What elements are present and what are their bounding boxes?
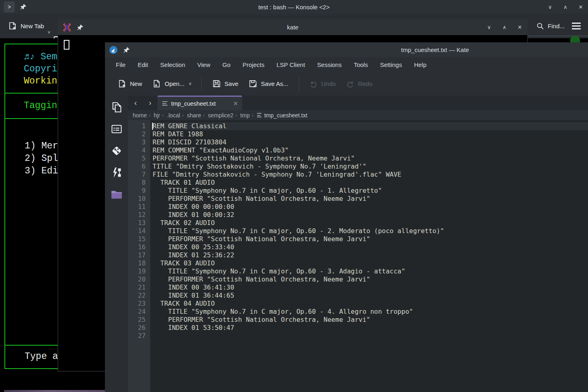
code-line[interactable]: REM DISCID 27103804 [151,138,588,146]
close-button[interactable]: ✕ [517,25,523,30]
line-number: 7 [128,171,146,179]
menu-item[interactable]: Edit [138,61,148,68]
code-line[interactable]: TITLE "Dmitry Shostakovich - Symphony No… [151,163,588,171]
menu-item[interactable]: Sessions [317,61,342,68]
terminal-border-fragment [528,35,588,36]
x11-app-icon [63,23,71,32]
open-recent-chevron-icon[interactable]: ∨ [188,81,195,86]
tab-tmp-cuesheet[interactable]: tmp_cuesheet.txt ✕ [157,96,242,110]
window-title: tmp_cuesheet.txt — Kate [401,46,469,53]
line-number: 10 [128,195,146,203]
code-line[interactable]: INDEX 00 25:33:40 [151,243,588,251]
tab-prev-icon[interactable]: ‹ [131,98,140,107]
breadcrumb-segment[interactable]: semplice2 [205,112,238,119]
code-line[interactable]: INDEX 01 36:44:65 [151,292,588,300]
line-number: 6 [128,163,146,171]
open-file-button[interactable]: Open... [149,76,186,91]
save-as-button[interactable]: Save As... [245,76,292,91]
menu-item[interactable]: View [197,61,210,68]
code-line[interactable]: REM COMMENT "ExactAudioCopy v1.0b3" [151,146,588,154]
breadcrumb-segment[interactable]: tmp [238,112,254,119]
tab-bar: ‹ › tmp_cuesheet.txt ✕ [128,96,588,110]
code-line[interactable]: PERFORMER "Scottish National Orchestra, … [151,195,588,203]
documents-icon[interactable] [110,100,123,114]
code-line[interactable]: INDEX 01 25:36:22 [151,251,588,259]
minimize-button[interactable]: ∨ [547,4,553,10]
find-button[interactable]: Find... [536,22,565,30]
code-line[interactable]: TITLE "Symphony No.7 in C major, Op.60 -… [151,308,588,316]
breadcrumb-segment[interactable]: .local [165,112,185,119]
tab-label: tmp_cuesheet.txt [171,100,229,107]
document-icon [257,113,262,117]
line-number: 1 [128,122,146,130]
code-line[interactable]: PERFORMER "Scottish National Orchestra, … [151,275,588,284]
code-line[interactable]: TRACK 02 AUDIO [151,219,588,227]
code-line[interactable]: INDEX 00 36:41:30 [151,284,588,292]
code-line[interactable]: TRACK 03 AUDIO [151,259,588,267]
code-line[interactable]: TITLE "Symphony No.7 in C major, Op.60 -… [151,187,588,195]
hamburger-menu-icon[interactable] [570,21,582,31]
code-line[interactable]: TITLE "Symphony No.7 in C major, Op.60 -… [151,267,588,275]
line-number-gutter[interactable]: 1234567891011121314151617181920212223242… [128,120,151,392]
breadcrumb-segment[interactable]: share [184,112,205,119]
line-number: 23 [128,300,146,308]
code-line[interactable]: TRACK 04 AUDIO [151,300,588,308]
line-number: 2 [128,130,146,138]
menu-item[interactable]: LSP Client [276,61,305,68]
line-number: 25 [128,316,146,324]
tab-next-icon[interactable]: › [146,98,155,107]
kate-launcher-titlebar[interactable]: kate ∨ ∧ ✕ [58,19,528,35]
code-line[interactable]: FILE "Dmitry Shostakovich - Symphony No.… [151,171,588,179]
undo-icon [310,80,318,88]
code-line[interactable]: INDEX 01 00:00:32 [151,211,588,219]
line-number: 8 [128,179,146,187]
git-icon[interactable] [110,144,123,157]
pin-icon [77,24,84,31]
konsole-titlebar[interactable]: > test : bash — Konsole <2> ∨ ∧ ✕ [0,0,588,14]
menu-item[interactable]: Tools [354,61,368,68]
code-line[interactable]: REM DATE 1988 [151,130,588,138]
line-number: 13 [128,219,146,227]
maximize-button[interactable]: ∧ [562,4,569,10]
code-line[interactable]: INDEX 01 53:50:47 [151,324,588,332]
menubar: FileEditSelectionViewGoProjectsLSP Clien… [105,57,588,72]
tab-close-icon[interactable]: ✕ [233,100,238,107]
breadcrumb-file-label: tmp_cuesheet.txt [264,112,308,119]
line-number: 21 [128,284,146,292]
code-line[interactable]: PERFORMER "Scottish National Orchestra, … [151,235,588,243]
kate-titlebar[interactable]: tmp_cuesheet.txt — Kate [105,42,588,57]
breadcrumb-segment[interactable]: home [130,112,151,119]
code-line[interactable]: PERFORMER "Scottish National Orchestra, … [151,316,588,324]
open-file-icon [153,79,161,88]
code-line[interactable] [151,332,588,340]
lsp-diagnostics-icon[interactable] [110,166,123,179]
symbols-list-icon[interactable] [110,122,123,136]
menu-item[interactable]: Settings [380,61,402,68]
menu-item[interactable]: Projects [243,61,264,68]
line-number: 26 [128,324,146,332]
code-line[interactable]: REM GENRE Classical [151,122,588,130]
menu-item[interactable]: Selection [160,61,185,68]
code-line[interactable]: INDEX 00 00:00:00 [151,203,588,211]
close-button[interactable]: ✕ [578,4,584,10]
line-number: 24 [128,308,146,316]
text-editor[interactable]: REM GENRE ClassicalREM DATE 1988REM DISC… [151,120,588,392]
window-title: test : bash — Konsole <2> [258,4,330,10]
save-button[interactable]: Save [208,76,242,91]
breadcrumb-file[interactable]: tmp_cuesheet.txt [254,112,308,119]
new-tab-button[interactable]: New Tab ∨ [6,19,50,33]
filesystem-folder-icon[interactable] [110,188,123,201]
code-line[interactable]: TRACK 01 AUDIO [151,179,588,187]
new-file-button[interactable]: New [114,76,146,91]
undo-button[interactable]: Undo [306,77,340,91]
new-file-label: New [130,80,142,87]
maximize-button[interactable]: ∧ [501,25,508,30]
redo-button[interactable]: Redo [342,77,377,91]
breadcrumb-segment[interactable]: hjr [151,112,165,119]
menu-item[interactable]: Go [222,61,230,68]
menu-item[interactable]: File [116,61,126,68]
code-line[interactable]: PERFORMER "Scottish National Orchestra, … [151,154,588,163]
minimize-button[interactable]: ∨ [486,25,492,30]
code-line[interactable]: TITLE "Symphony No.7 in C major, Op.60 -… [151,227,588,235]
menu-item[interactable]: Help [414,61,427,68]
